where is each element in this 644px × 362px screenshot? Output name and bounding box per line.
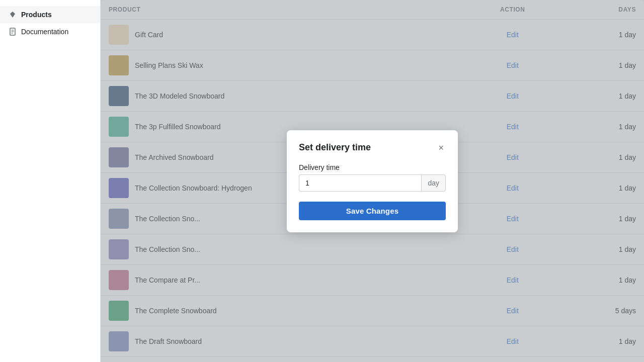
sidebar-item-documentation-label: Documentation [21, 28, 68, 36]
delivery-time-label: Delivery time [299, 163, 446, 171]
delivery-input-group: day [299, 174, 446, 192]
modal-close-button[interactable]: × [436, 142, 446, 153]
sidebar-item-products[interactable]: Products [0, 6, 100, 23]
doc-icon [8, 27, 17, 36]
main-content: PRODUCT ACTION DAYS Gift Card Edit 1 day [101, 0, 644, 362]
sidebar-item-documentation[interactable]: Documentation [0, 23, 100, 40]
modal-header: Set delivery time × [299, 142, 446, 153]
modal-overlay: Set delivery time × Delivery time day Sa… [101, 0, 644, 362]
delivery-time-suffix: day [421, 174, 446, 192]
modal-set-delivery: Set delivery time × Delivery time day Sa… [287, 130, 458, 232]
diamond-icon [8, 10, 17, 19]
sidebar-item-products-label: Products [21, 11, 52, 19]
sidebar: Products Documentation [0, 0, 101, 362]
delivery-time-input[interactable] [299, 174, 421, 192]
modal-title: Set delivery time [299, 142, 371, 153]
save-changes-button[interactable]: Save Changes [299, 202, 446, 220]
